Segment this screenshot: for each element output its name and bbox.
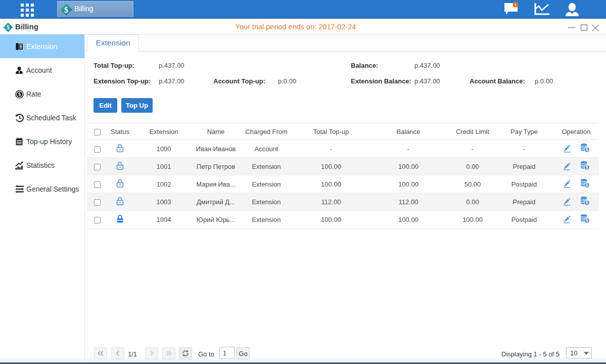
svg-text:$: $ <box>586 165 588 170</box>
svg-text:$: $ <box>586 183 588 188</box>
svg-text:$: $ <box>64 6 68 14</box>
svg-text:$: $ <box>586 218 588 223</box>
svg-text:$: $ <box>586 200 588 205</box>
svg-text:$: $ <box>18 92 21 97</box>
svg-text:!: ! <box>515 3 517 7</box>
svg-text:$: $ <box>586 147 588 152</box>
